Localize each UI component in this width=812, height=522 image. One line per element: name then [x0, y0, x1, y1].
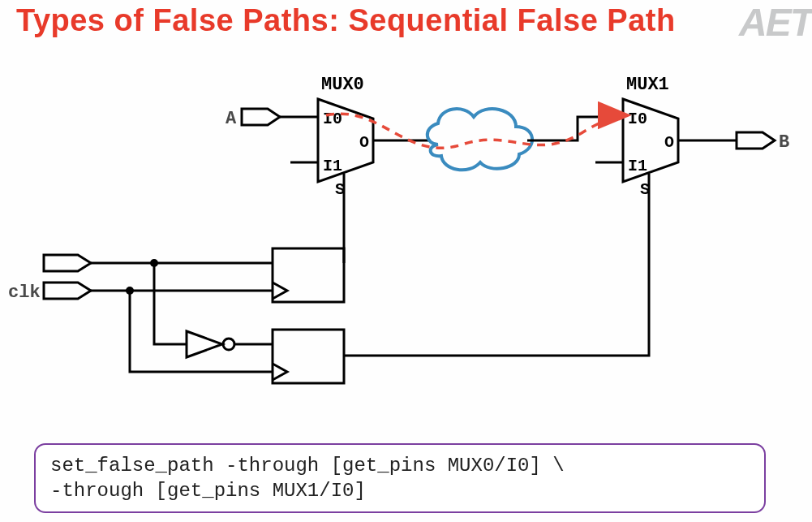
code-line-1: set_false_path -through [get_pins MUX0/I…	[50, 453, 750, 478]
mux0-i0: I0	[323, 110, 342, 128]
wire-clk	[91, 287, 273, 372]
mux1-name: MUX1	[626, 75, 669, 95]
label-B: B	[779, 132, 789, 153]
mux0-i1: I1	[323, 157, 342, 175]
code-box: set_false_path -through [get_pins MUX0/I…	[34, 443, 766, 513]
mux1-o: O	[664, 133, 674, 152]
wire-sel	[91, 259, 273, 344]
inverter	[187, 331, 234, 357]
mux0-o: O	[359, 133, 369, 152]
mux1-i1: I1	[628, 157, 647, 175]
mux1-i0: I0	[628, 110, 647, 128]
port-B: B	[737, 132, 789, 153]
ff0	[273, 174, 344, 302]
label-clk: clk	[8, 283, 41, 303]
mux0-name: MUX0	[321, 75, 364, 95]
label-A: A	[226, 109, 237, 129]
ff1	[273, 174, 649, 383]
code-line-2: -through [get_pins MUX1/I0]	[50, 478, 750, 503]
port-clk: clk	[8, 283, 91, 303]
port-A: A	[226, 109, 318, 129]
mux1: MUX1 I0 I1 O S	[595, 75, 737, 199]
mux0: MUX0 I0 I1 O S	[290, 75, 430, 199]
port-sel	[44, 255, 91, 271]
